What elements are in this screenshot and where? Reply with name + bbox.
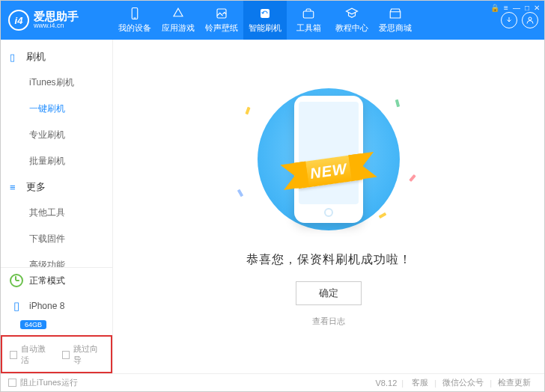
footer-link-wechat[interactable]: 微信公众号 xyxy=(442,377,484,388)
sidebar-item-download-firmware[interactable]: 下载固件 xyxy=(1,226,112,252)
checkbox-label: 自动激活 xyxy=(21,343,51,366)
menu-icon[interactable]: ≡ xyxy=(504,4,508,12)
app-window: 🔒 ≡ — □ ✕ i4 爱思助手 www.i4.cn 我的设备 应用游戏 xyxy=(0,0,545,392)
device-name: iPhone 8 xyxy=(29,301,64,311)
brand-title: 爱思助手 xyxy=(34,10,79,23)
header: i4 爱思助手 www.i4.cn 我的设备 应用游戏 铃声壁纸 智能刷机 xyxy=(1,1,544,40)
device-row[interactable]: ▯ iPhone 8 xyxy=(1,293,112,319)
checkbox-block-itunes[interactable]: 阻止iTunes运行 xyxy=(8,377,78,388)
close-icon[interactable]: ✕ xyxy=(534,4,540,12)
nav-label: 爱思商城 xyxy=(379,22,412,34)
download-button[interactable] xyxy=(501,12,517,28)
main-panel: NEW 恭喜您，保资料刷机成功啦！ 确定 查看日志 xyxy=(113,40,544,373)
clock-icon xyxy=(10,274,23,287)
lock-icon[interactable]: 🔒 xyxy=(490,4,499,12)
checkbox-auto-activate[interactable]: 自动激活 xyxy=(10,343,52,366)
tutorial-icon xyxy=(345,7,359,20)
nav-label: 我的设备 xyxy=(118,22,151,34)
svg-rect-4 xyxy=(303,11,314,18)
sidebar-item-pro-flash[interactable]: 专业刷机 xyxy=(1,122,112,148)
top-nav: 我的设备 应用游戏 铃声壁纸 智能刷机 工具箱 教程中心 xyxy=(113,1,501,40)
flash-options-row: 自动激活 跳过向导 xyxy=(1,335,112,373)
sidebar-group-label: 更多 xyxy=(26,180,46,194)
store-icon xyxy=(389,7,402,20)
phone-icon: ▯ xyxy=(10,52,20,63)
nav-label: 教程中心 xyxy=(335,22,368,34)
user-button[interactable] xyxy=(522,12,538,28)
sidebar-item-batch-flash[interactable]: 批量刷机 xyxy=(1,148,112,174)
toolbox-icon xyxy=(302,7,315,20)
footer-link-update[interactable]: 检查更新 xyxy=(498,377,531,388)
view-log-link[interactable]: 查看日志 xyxy=(312,316,345,327)
maximize-icon[interactable]: □ xyxy=(525,4,529,12)
logo-block: i4 爱思助手 www.i4.cn xyxy=(1,1,113,40)
nav-label: 铃声壁纸 xyxy=(205,22,238,34)
sidebar-item-onekey-flash[interactable]: 一键刷机 xyxy=(1,96,112,122)
nav-label: 应用游戏 xyxy=(162,22,195,34)
sidebar: ▯ 刷机 iTunes刷机 一键刷机 专业刷机 批量刷机 ≡ 更多 其他工具 下… xyxy=(1,40,113,373)
nav-flash[interactable]: 智能刷机 xyxy=(243,1,287,40)
mode-label: 正常模式 xyxy=(29,275,65,287)
sidebar-item-itunes-flash[interactable]: iTunes刷机 xyxy=(1,70,112,96)
window-controls: 🔒 ≡ — □ ✕ xyxy=(490,4,540,12)
svg-rect-0 xyxy=(132,8,138,19)
capacity-badge: 64GB xyxy=(20,320,46,329)
more-icon: ≡ xyxy=(10,182,20,193)
svg-point-5 xyxy=(529,17,532,20)
nav-ringtones[interactable]: 铃声壁纸 xyxy=(200,1,243,40)
nav-my-device[interactable]: 我的设备 xyxy=(113,1,156,40)
apps-icon xyxy=(171,7,185,20)
checkbox-box-icon xyxy=(10,351,17,359)
nav-label: 智能刷机 xyxy=(249,22,281,34)
logo-icon: i4 xyxy=(8,10,29,31)
sidebar-item-advanced[interactable]: 高级功能 xyxy=(1,252,112,267)
sidebar-bottom: 正常模式 ▯ iPhone 8 64GB 自动激活 跳过向导 xyxy=(1,267,112,373)
footer-link-support[interactable]: 客服 xyxy=(412,377,428,388)
checkbox-box-icon xyxy=(8,379,16,387)
minimize-icon[interactable]: — xyxy=(513,4,520,12)
svg-rect-2 xyxy=(217,9,226,18)
success-illustration: NEW xyxy=(231,85,426,234)
ok-button[interactable]: 确定 xyxy=(296,281,362,305)
nav-label: 工具箱 xyxy=(296,22,321,34)
checkbox-label: 跳过向导 xyxy=(73,343,103,366)
checkbox-skip-guide[interactable]: 跳过向导 xyxy=(62,343,104,366)
nav-apps[interactable]: 应用游戏 xyxy=(156,1,200,40)
sidebar-group-more[interactable]: ≡ 更多 xyxy=(1,174,112,200)
body: ▯ 刷机 iTunes刷机 一键刷机 专业刷机 批量刷机 ≡ 更多 其他工具 下… xyxy=(1,40,544,373)
sidebar-item-other-tools[interactable]: 其他工具 xyxy=(1,200,112,226)
sidebar-group-label: 刷机 xyxy=(26,50,46,64)
checkbox-box-icon xyxy=(62,351,70,359)
nav-toolbox[interactable]: 工具箱 xyxy=(287,1,330,40)
flash-icon xyxy=(258,7,272,20)
phone-icon: ▯ xyxy=(10,299,23,313)
svg-rect-3 xyxy=(261,9,270,18)
footer: 阻止iTunes运行 V8.12 | 客服 | 微信公众号 | 检查更新 xyxy=(1,373,544,391)
success-message: 恭喜您，保资料刷机成功啦！ xyxy=(246,252,412,268)
nav-tutorials[interactable]: 教程中心 xyxy=(330,1,374,40)
wallpaper-icon xyxy=(215,7,228,20)
device-mode-row[interactable]: 正常模式 xyxy=(1,268,112,293)
checkbox-label: 阻止iTunes运行 xyxy=(20,377,78,388)
version-label: V8.12 xyxy=(376,379,398,388)
nav-store[interactable]: 爱思商城 xyxy=(374,1,417,40)
sidebar-group-flash[interactable]: ▯ 刷机 xyxy=(1,44,112,70)
brand-subtitle: www.i4.cn xyxy=(34,22,79,30)
device-icon xyxy=(128,7,141,20)
